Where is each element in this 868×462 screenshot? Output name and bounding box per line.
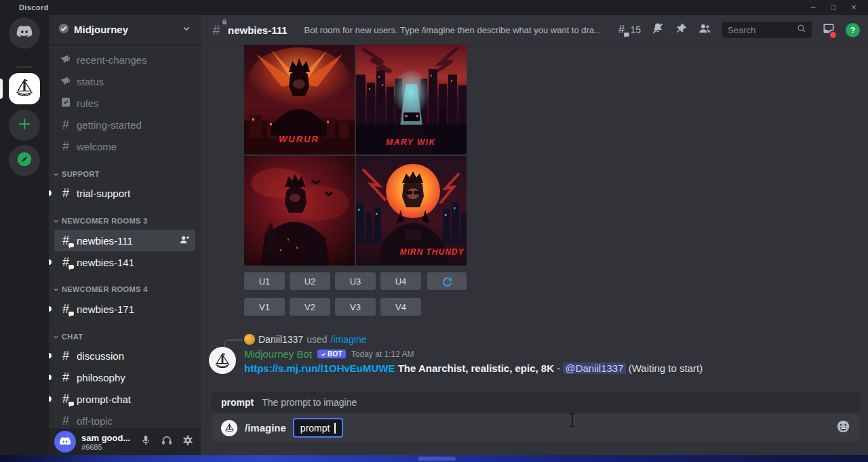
minimize-button[interactable]: – — [803, 0, 823, 15]
v3-button[interactable]: V3 — [335, 298, 376, 316]
threads-button[interactable]: # 15 — [615, 24, 641, 36]
inbox-button[interactable] — [822, 22, 835, 38]
smiley-icon — [836, 419, 850, 434]
command-option-hint[interactable]: prompt The prompt to imagine — [212, 392, 860, 412]
v1-button[interactable]: V1 — [244, 298, 285, 316]
text-cursor — [568, 412, 576, 431]
prompt-text: The Anarchist, realistic, epic, 8K — [398, 362, 554, 374]
prompt-option-field[interactable]: prompt — [293, 418, 343, 438]
check-icon — [321, 352, 326, 357]
compass-icon — [16, 150, 33, 171]
u3-button[interactable]: U3 — [335, 272, 376, 290]
settings-gear-icon[interactable] — [182, 434, 194, 449]
image-caption: MIRN THUNDY — [400, 247, 465, 257]
midjourney-server-button[interactable] — [9, 73, 40, 104]
microphone-icon[interactable] — [140, 434, 152, 449]
reply-user-avatar[interactable] — [244, 334, 255, 345]
hash-chat-icon: # — [60, 303, 72, 315]
sidebar-item-newbies-111[interactable]: # newbies-111 — [54, 230, 195, 251]
server-header[interactable]: Midjourney — [49, 15, 201, 45]
job-status: (Waiting to start) — [629, 362, 703, 374]
app-title: Discord — [19, 3, 49, 12]
hash-icon: # — [60, 140, 72, 152]
message-header: Midjourney Bot BOT Today at 1:12 AM — [244, 348, 414, 360]
section-chat[interactable]: CHAT — [53, 333, 83, 341]
create-invite-icon[interactable] — [179, 234, 190, 247]
server-rail — [0, 15, 49, 455]
sidebar-item-trial-support[interactable]: # trial-support — [54, 182, 195, 204]
sidebar-item-status[interactable]: status — [54, 70, 195, 92]
section-chevron-icon — [53, 218, 59, 224]
sidebar-item-welcome[interactable]: # welcome — [54, 135, 195, 157]
command-context: Daniil1337 used /imagine — [244, 334, 366, 345]
hash-icon: # — [60, 187, 72, 199]
variation-button-row: V1 V2 V3 V4 — [244, 298, 421, 316]
sidebar-item-newbies-141[interactable]: # newbies-141 — [54, 251, 195, 273]
unread-indicator — [49, 259, 52, 265]
emoji-picker-button[interactable] — [836, 419, 850, 436]
generated-image-4[interactable]: MIRN THUNDY — [356, 156, 467, 266]
section-chevron-icon — [53, 171, 59, 177]
channel-name: newbies-111 — [228, 24, 288, 36]
section-newcomer-rooms-4[interactable]: NEWCOMER ROOMS 4 — [53, 285, 148, 293]
channel-label: recent-changes — [77, 54, 146, 66]
channel-label: newbies-141 — [77, 257, 134, 268]
maximize-button[interactable]: □ — [823, 0, 844, 15]
unread-indicator — [49, 396, 52, 402]
add-server-button[interactable] — [9, 110, 40, 141]
help-button[interactable]: ? — [846, 23, 860, 37]
reply-spine — [224, 339, 243, 347]
sidebar-item-rules[interactable]: rules — [54, 92, 195, 114]
hash-chat-icon: # — [60, 256, 72, 268]
u4-button[interactable]: U4 — [380, 272, 421, 290]
u1-button[interactable]: U1 — [244, 272, 285, 290]
message-input[interactable]: /imagine prompt — [212, 414, 860, 442]
sidebar-item-discussion[interactable]: # discussion — [54, 345, 195, 366]
user-info[interactable]: sam good... #6685 — [81, 433, 140, 451]
sidebar-item-getting-started[interactable]: # getting-started — [54, 114, 195, 135]
rerun-button[interactable] — [427, 272, 467, 290]
used-command[interactable]: /imagine — [331, 334, 367, 345]
reply-username[interactable]: Daniil1337 — [258, 334, 303, 345]
home-button[interactable] — [9, 18, 40, 49]
search-input[interactable] — [726, 24, 797, 36]
section-support[interactable]: SUPPORT — [53, 170, 100, 178]
generated-image-2[interactable]: MARY WIK — [356, 45, 467, 154]
generated-image-3[interactable] — [244, 156, 355, 266]
section-newcomer-rooms-3[interactable]: NEWCOMER ROOMS 3 — [53, 217, 148, 225]
thread-count: 15 — [630, 24, 641, 35]
hash-icon: # — [60, 350, 72, 362]
titlebar: Discord – □ × — [0, 0, 868, 15]
u2-button[interactable]: U2 — [290, 272, 330, 290]
channel-label: newbies-171 — [77, 303, 134, 315]
generated-image-1[interactable]: WURUR — [244, 45, 355, 154]
job-link[interactable]: https://s.mj.run/l1OHvEuMUWE — [244, 362, 395, 374]
search-box[interactable] — [722, 22, 812, 38]
notifications-muted-icon[interactable] — [651, 22, 665, 38]
section-chevron-icon — [53, 287, 59, 293]
explore-servers-button[interactable] — [9, 145, 40, 176]
pin-icon[interactable] — [675, 22, 688, 38]
sidebar-item-prompt-chat[interactable]: # prompt-chat — [54, 388, 195, 410]
avatar[interactable] — [54, 431, 76, 453]
channel-header: # newbies-111 Bot room for new users. Ty… — [201, 15, 868, 45]
close-button[interactable]: × — [844, 0, 864, 15]
unread-indicator — [49, 190, 52, 196]
channel-label: newbies-111 — [77, 235, 174, 247]
hash-chat-icon: # — [60, 234, 72, 247]
v2-button[interactable]: V2 — [290, 298, 330, 316]
sidebar-item-philosophy[interactable]: # philosophy — [54, 366, 195, 388]
members-icon[interactable] — [698, 22, 712, 39]
headphones-icon[interactable] — [161, 434, 173, 449]
midjourney-image-grid[interactable]: WURUR MARY WIK — [244, 45, 467, 266]
sidebar-item-recent-changes[interactable]: recent-changes — [54, 49, 195, 70]
v4-button[interactable]: V4 — [380, 298, 421, 316]
unread-indicator — [49, 353, 52, 358]
option-name: prompt — [221, 397, 254, 408]
bot-username[interactable]: Midjourney Bot — [244, 348, 312, 360]
bot-avatar[interactable] — [209, 347, 236, 374]
user-mention[interactable]: @Daniil1337 — [563, 362, 625, 374]
channel-topic[interactable]: Bot room for new users. Type /imagine th… — [304, 25, 600, 35]
sidebar-item-newbies-171[interactable]: # newbies-171 — [54, 298, 195, 320]
server-name: Midjourney — [74, 24, 177, 35]
